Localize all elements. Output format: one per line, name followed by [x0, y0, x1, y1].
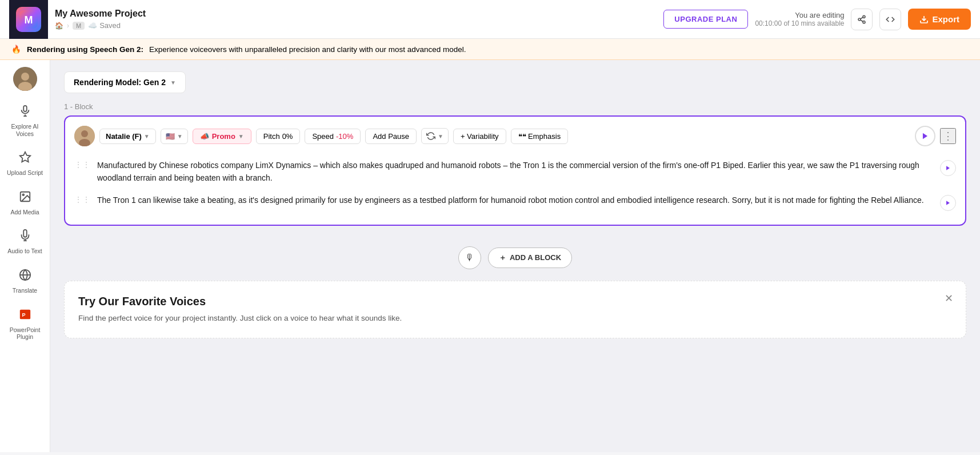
- project-initial: M: [73, 22, 85, 30]
- block-number-label: 1 - Block: [64, 102, 966, 111]
- flag-button[interactable]: 🇺🇸 ▼: [161, 129, 188, 144]
- svg-point-4: [863, 21, 865, 23]
- promo-label: Promo: [212, 132, 235, 141]
- variability-button[interactable]: + Variability: [453, 129, 506, 144]
- row-play-button-2[interactable]: [940, 195, 956, 211]
- voice-toolbar: Natalie (F) ▼ 🇺🇸 ▼ 📣 Promo ▼ Pitch 0%: [74, 126, 956, 146]
- user-avatar[interactable]: [13, 67, 37, 91]
- add-block-area: 🎙 ＋ ADD A BLOCK: [64, 235, 966, 281]
- export-button[interactable]: Export: [908, 9, 971, 30]
- megaphone-icon: 📣: [200, 132, 209, 141]
- add-block-label: ADD A BLOCK: [510, 253, 561, 262]
- svg-marker-25: [923, 133, 927, 139]
- voice-name-button[interactable]: Natalie (F) ▼: [99, 129, 156, 144]
- drag-handle-icon[interactable]: ⋮⋮: [74, 195, 90, 204]
- saved-label: Saved: [99, 21, 121, 30]
- pitch-value: 0%: [282, 132, 293, 141]
- promo-button[interactable]: 📣 Promo ▼: [193, 129, 251, 144]
- add-block-button[interactable]: ＋ ADD A BLOCK: [488, 248, 572, 268]
- svg-text:P: P: [22, 312, 25, 317]
- sync-button[interactable]: ▼: [421, 128, 449, 144]
- code-button[interactable]: [879, 9, 901, 30]
- logo-box: M: [9, 0, 48, 39]
- plan-time: 00:10:00 of 10 mins available: [755, 19, 844, 27]
- mic-record-button[interactable]: 🎙: [458, 246, 481, 269]
- sidebar-label-explore: Explore AI Voices: [7, 123, 43, 137]
- svg-marker-27: [946, 201, 950, 205]
- voice-avatar: [74, 126, 95, 146]
- text-content-1[interactable]: Manufactured by Chinese robotics company…: [97, 159, 933, 185]
- try-voices-card: Try Our Favorite Voices Find the perfect…: [64, 281, 966, 338]
- sidebar-label-translate: Translate: [13, 287, 37, 294]
- voice-name-label: Natalie (F): [106, 132, 142, 141]
- svg-marker-26: [946, 166, 950, 170]
- svg-text:M: M: [25, 14, 33, 26]
- voice-name-chevron: ▼: [144, 133, 150, 139]
- sidebar-label-powerpoint: PowerPoint Plugin: [7, 326, 43, 341]
- rendering-banner: 🔥 Rendering using Speech Gen 2: Experien…: [0, 39, 980, 60]
- flag-chevron: ▼: [177, 133, 183, 139]
- home-icon: 🏠: [55, 22, 63, 30]
- audio-text-icon: [19, 229, 31, 245]
- content-area: Rendering Model: Gen 2 ▼ 1 - Block: [50, 60, 980, 452]
- text-content-2[interactable]: The Tron 1 can likewise take a beating, …: [97, 194, 933, 206]
- upgrade-plan-button[interactable]: UPGRADE PLAN: [663, 10, 748, 29]
- text-row: ⋮⋮ The Tron 1 can likewise take a beatin…: [74, 189, 956, 215]
- sidebar-label-upload: Upload Script: [7, 169, 43, 177]
- promo-chevron: ▼: [238, 133, 244, 139]
- row-play-button-1[interactable]: [940, 160, 956, 176]
- plus-icon: ＋: [499, 253, 506, 263]
- svg-rect-11: [23, 106, 27, 111]
- chevron-down-icon: ▼: [170, 79, 176, 86]
- variability-label: + Variability: [461, 132, 499, 141]
- try-voices-desc: Find the perfect voice for your project …: [78, 313, 952, 324]
- breadcrumb-separator: ›: [67, 22, 69, 30]
- emphasis-label: ❝❝ Emphasis: [518, 132, 561, 141]
- add-pause-label: Add Pause: [373, 132, 409, 141]
- drag-handle-icon[interactable]: ⋮⋮: [74, 160, 90, 169]
- emphasis-button[interactable]: ❝❝ Emphasis: [511, 129, 569, 144]
- try-voices-title: Try Our Favorite Voices: [78, 295, 952, 308]
- project-name: My Awesome Project: [55, 9, 146, 19]
- speed-button[interactable]: Speed -10%: [305, 129, 361, 144]
- sidebar-item-powerpoint[interactable]: P PowerPoint Plugin: [2, 302, 48, 346]
- share-button[interactable]: [851, 9, 873, 30]
- plan-info: You are editing 00:10:00 of 10 mins avai…: [755, 11, 844, 27]
- flag-emoji: 🇺🇸: [166, 132, 175, 141]
- svg-point-9: [21, 73, 29, 81]
- sidebar-item-explore-ai[interactable]: Explore AI Voices: [2, 99, 48, 143]
- app-logo: M: [16, 7, 41, 32]
- rendering-model-selector[interactable]: Rendering Model: Gen 2 ▼: [64, 71, 186, 93]
- block-play-button[interactable]: [915, 126, 935, 146]
- speed-value: -10%: [336, 132, 353, 141]
- sidebar-label-media: Add Media: [10, 209, 39, 216]
- add-pause-button[interactable]: Add Pause: [365, 129, 417, 144]
- saved-badge: ☁️ Saved: [88, 21, 121, 30]
- svg-point-15: [22, 194, 24, 195]
- speed-label: Speed: [312, 132, 334, 141]
- powerpoint-icon: P: [19, 308, 31, 324]
- sidebar-item-add-media[interactable]: Add Media: [2, 185, 48, 222]
- main-layout: Explore AI Voices Upload Script Add Medi…: [0, 60, 980, 452]
- sidebar-item-upload-script[interactable]: Upload Script: [2, 145, 48, 182]
- more-options-button[interactable]: ⋮: [940, 128, 956, 144]
- pitch-button[interactable]: Pitch 0%: [256, 129, 301, 144]
- sidebar-item-translate[interactable]: Translate: [2, 263, 48, 300]
- banner-bold: Rendering using Speech Gen 2:: [27, 45, 143, 54]
- svg-line-6: [861, 17, 863, 19]
- svg-point-2: [863, 15, 865, 18]
- voice-block: Natalie (F) ▼ 🇺🇸 ▼ 📣 Promo ▼ Pitch 0%: [64, 115, 966, 226]
- text-row: ⋮⋮ Manufactured by Chinese robotics comp…: [74, 154, 956, 189]
- top-nav: M My Awesome Project 🏠 › M ☁️ Saved UPGR…: [0, 0, 980, 39]
- cloud-icon: ☁️: [88, 21, 97, 30]
- add-media-icon: [19, 190, 31, 206]
- close-try-voices-button[interactable]: ✕: [941, 290, 957, 306]
- project-meta: 🏠 › M ☁️ Saved: [55, 21, 146, 30]
- microphone-icon: [19, 105, 31, 121]
- rendering-label: Rendering Model: Gen 2: [74, 78, 166, 87]
- sidebar-item-audio-to-text[interactable]: Audio to Text: [2, 223, 48, 261]
- export-label: Export: [932, 14, 959, 24]
- svg-point-3: [858, 18, 861, 21]
- pitch-label: Pitch: [263, 132, 280, 141]
- sidebar-label-audio-text: Audio to Text: [7, 248, 42, 255]
